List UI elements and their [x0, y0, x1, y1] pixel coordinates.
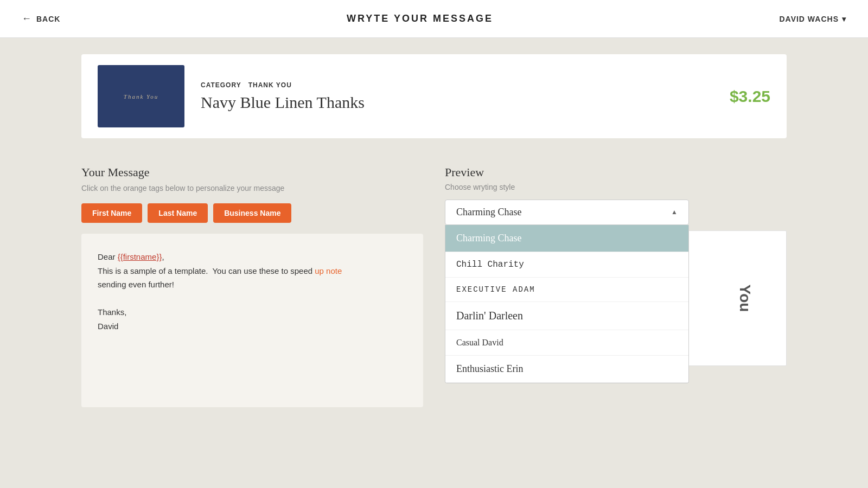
- app-header: ← BACK WRYTE YOUR MESSAGE DAVID WACHS ▾: [0, 0, 868, 38]
- message-panel: Your Message Click on the orange tags be…: [81, 165, 423, 407]
- product-category: CATEGORY THANK YOU: [201, 81, 713, 89]
- back-label: BACK: [36, 15, 60, 23]
- style-select-display[interactable]: Charming Chase ▲: [445, 200, 689, 225]
- selected-style-label: Charming Chase: [456, 207, 521, 218]
- user-menu[interactable]: DAVID WACHS ▾: [779, 15, 846, 23]
- chevron-down-icon: ▾: [842, 15, 846, 23]
- category-value: THANK YOU: [248, 81, 292, 89]
- back-button[interactable]: ← BACK: [22, 13, 60, 24]
- tag-buttons: First Name Last Name Business Name: [81, 203, 423, 223]
- back-arrow-icon: ←: [22, 13, 32, 24]
- dropdown-item-casual-david[interactable]: Casual David: [445, 330, 688, 356]
- highlight-text: up note: [315, 266, 342, 275]
- last-name-tag-button[interactable]: Last Name: [148, 203, 208, 223]
- product-image-text: Thank You: [124, 93, 158, 100]
- message-text: Dear {{firstname}}, This is a sample of …: [98, 250, 407, 333]
- product-price: $3.25: [730, 87, 770, 106]
- dropdown-item-executive-adam[interactable]: EXECUTIVE ADAM: [445, 278, 688, 302]
- style-select-wrapper: Charming Chase ▲ Charming Chase Chill Ch…: [445, 200, 689, 225]
- you-label: You: [736, 285, 754, 312]
- page-title: WRYTE YOUR MESSAGE: [347, 13, 493, 24]
- product-title: Navy Blue Linen Thanks: [201, 93, 713, 112]
- user-name: DAVID WACHS: [779, 15, 839, 23]
- message-box: Dear {{firstname}}, This is a sample of …: [81, 234, 423, 407]
- first-name-tag-button[interactable]: First Name: [81, 203, 142, 223]
- style-label: Choose wryting style: [445, 183, 787, 191]
- preview-panel: Preview Choose wryting style Charming Ch…: [445, 165, 787, 407]
- dropdown-item-darlin-darleen[interactable]: Darlin' Darleen: [445, 302, 688, 330]
- firstname-tag: {{firstname}}: [118, 252, 162, 261]
- dropdown-item-enthusiastic-erin[interactable]: Enthusiastic Erin: [445, 356, 688, 383]
- product-info: CATEGORY THANK YOU Navy Blue Linen Thank…: [201, 81, 713, 112]
- product-card-wrapper: Thank You CATEGORY THANK YOU Navy Blue L…: [0, 38, 868, 155]
- main-content: Your Message Click on the orange tags be…: [0, 155, 868, 418]
- dropdown-item-charming-chase[interactable]: Charming Chase: [445, 225, 688, 252]
- preview-panel-title: Preview: [445, 165, 787, 179]
- message-panel-title: Your Message: [81, 165, 423, 179]
- product-card: Thank You CATEGORY THANK YOU Navy Blue L…: [81, 54, 787, 138]
- message-panel-subtitle: Click on the orange tags below to person…: [81, 184, 423, 192]
- select-arrow-icon: ▲: [671, 208, 678, 216]
- business-name-tag-button[interactable]: Business Name: [213, 203, 291, 223]
- product-image: Thank You: [98, 65, 184, 127]
- category-label: CATEGORY: [201, 81, 241, 89]
- dropdown-item-chill-charity[interactable]: Chill Charity: [445, 252, 688, 278]
- style-dropdown-list[interactable]: Charming Chase Chill Charity EXECUTIVE A…: [445, 225, 689, 383]
